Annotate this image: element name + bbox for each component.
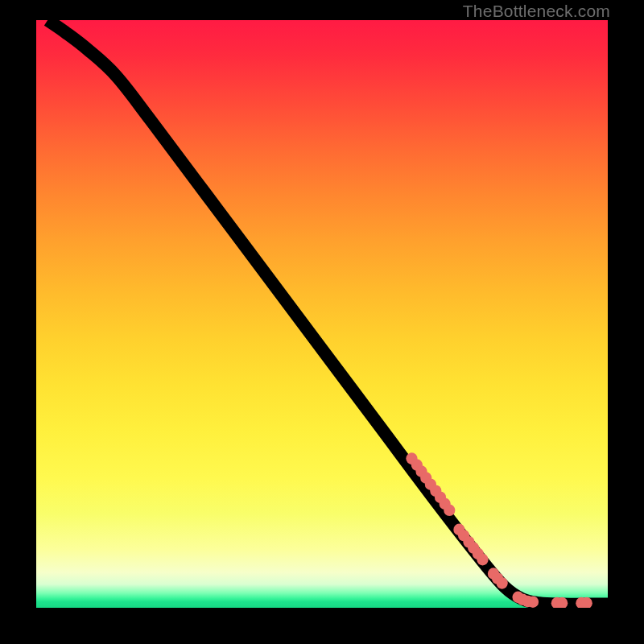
data-point [527, 596, 539, 608]
watermark-text: TheBottleneck.com [463, 2, 610, 21]
chart-frame: TheBottleneck.com [0, 0, 644, 644]
chart-svg [36, 20, 608, 608]
bottleneck-curve [47, 20, 608, 605]
data-point [444, 505, 455, 517]
plot-area [36, 20, 608, 608]
marker-layer [406, 452, 592, 608]
data-point [477, 554, 488, 566]
data-point [497, 577, 508, 589]
